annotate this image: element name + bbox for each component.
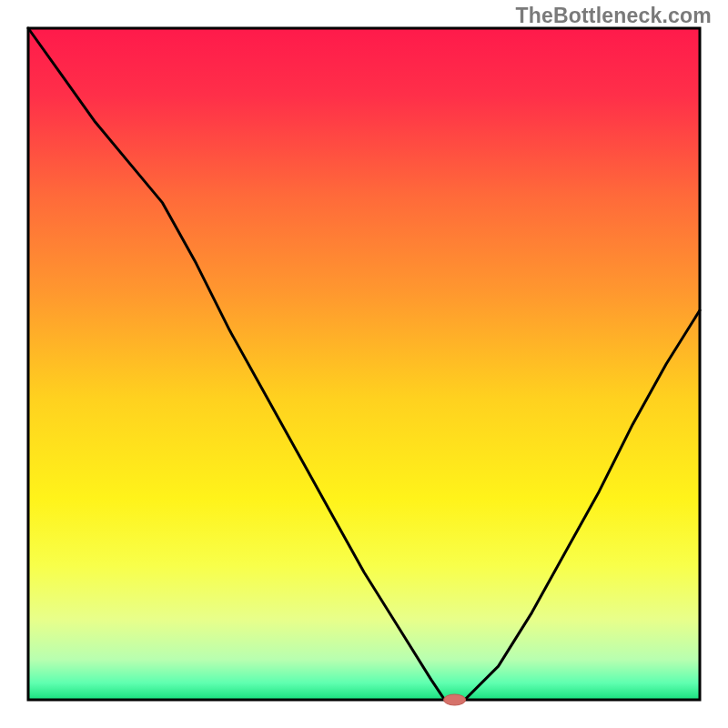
chart-frame: TheBottleneck.com: [0, 0, 728, 728]
plot-background: [28, 28, 700, 700]
watermark-text: TheBottleneck.com: [515, 4, 712, 28]
optimal-point-marker: [444, 694, 466, 705]
bottleneck-chart: [0, 0, 728, 728]
